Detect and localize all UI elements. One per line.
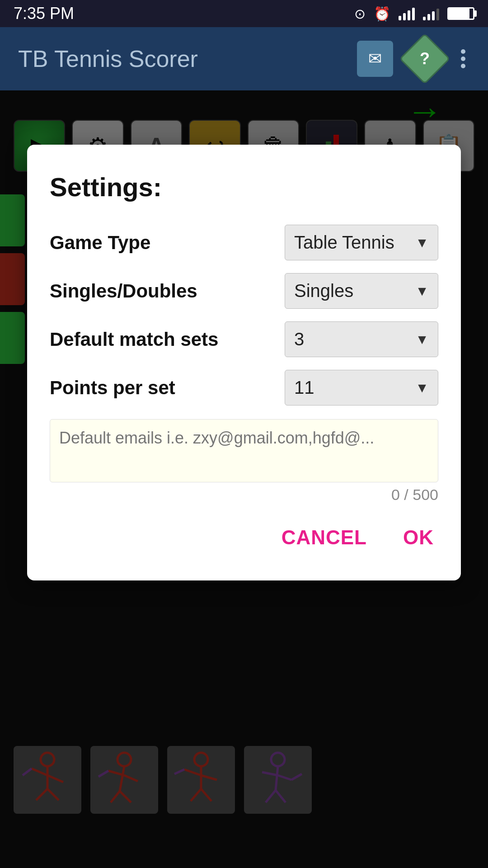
points-per-set-arrow-icon: ▼ — [415, 380, 429, 396]
email-icon[interactable]: ✉ — [357, 41, 393, 77]
singles-doubles-arrow-icon: ▼ — [415, 283, 429, 299]
points-per-set-value: 11 — [294, 377, 411, 398]
ok-button[interactable]: OK — [399, 517, 438, 558]
status-icons: ⊙ ⏰ — [354, 6, 474, 22]
app-title: TB Tennis Scorer — [18, 45, 357, 72]
singles-doubles-row: Singles/Doubles Singles ▼ — [50, 273, 438, 309]
game-type-row: Game Type Table Tennis ▼ — [50, 225, 438, 260]
email-input[interactable] — [50, 419, 438, 482]
points-per-set-row: Points per set 11 ▼ — [50, 370, 438, 406]
dialog-title: Settings: — [50, 172, 438, 202]
cancel-button[interactable]: CANCEL — [277, 517, 371, 558]
app-bar: TB Tennis Scorer ✉ ? — [0, 27, 488, 90]
battery-icon — [447, 7, 474, 20]
match-sets-arrow-icon: ▼ — [415, 332, 429, 347]
status-bar: 7:35 PM ⊙ ⏰ — [0, 0, 488, 27]
wifi-icon — [399, 7, 415, 20]
singles-doubles-value: Singles — [294, 281, 411, 301]
points-per-set-select[interactable]: 11 ▼ — [285, 370, 438, 406]
timer-icon: ⊙ — [354, 6, 366, 22]
char-count: 0 / 500 — [50, 486, 438, 504]
signal-icon — [423, 7, 439, 20]
match-sets-label: Default match sets — [50, 329, 285, 350]
game-type-value: Table Tennis — [294, 232, 411, 253]
dialog-buttons: CANCEL OK — [50, 517, 438, 558]
singles-doubles-select[interactable]: Singles ▼ — [285, 273, 438, 309]
match-sets-select[interactable]: 3 ▼ — [285, 321, 438, 357]
email-area: 0 / 500 — [50, 419, 438, 504]
game-type-arrow-icon: ▼ — [415, 235, 429, 250]
match-sets-value: 3 — [294, 329, 411, 349]
singles-doubles-label: Singles/Doubles — [50, 280, 285, 302]
alarm-icon: ⏰ — [374, 6, 390, 22]
more-icon[interactable] — [456, 49, 470, 68]
game-type-select[interactable]: Table Tennis ▼ — [285, 225, 438, 260]
help-icon[interactable]: ? — [399, 33, 450, 84]
game-type-label: Game Type — [50, 232, 285, 254]
settings-dialog: Settings: Game Type Table Tennis ▼ Singl… — [27, 145, 461, 580]
status-time: 7:35 PM — [14, 4, 74, 23]
match-sets-row: Default match sets 3 ▼ — [50, 321, 438, 357]
app-bar-icons: ✉ ? — [357, 41, 470, 77]
points-per-set-label: Points per set — [50, 377, 285, 399]
